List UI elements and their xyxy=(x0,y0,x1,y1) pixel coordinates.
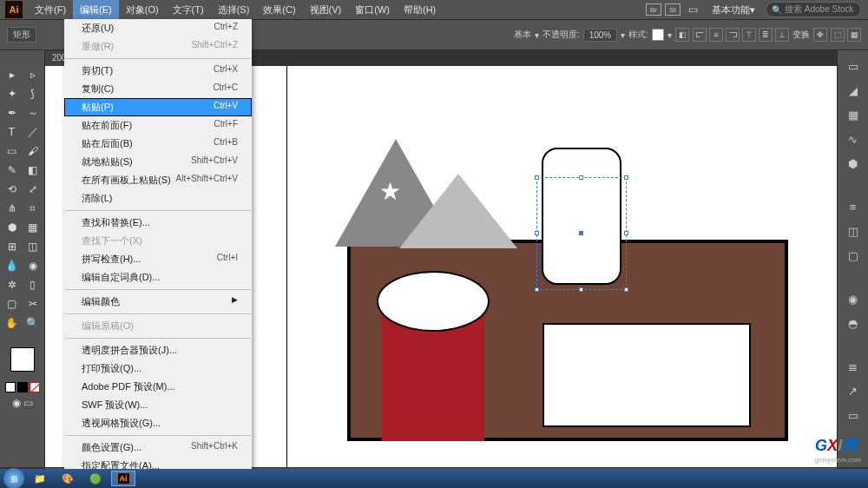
menu-view[interactable]: 视图(V) xyxy=(303,0,349,19)
menu-window[interactable]: 窗口(W) xyxy=(348,0,397,19)
taskbar-paint-icon[interactable]: 🎨 xyxy=(56,471,80,486)
menu-item[interactable]: Adobe PDF 预设(M)... xyxy=(64,378,252,396)
gradient-icon[interactable]: ◫ xyxy=(24,238,42,255)
width-icon[interactable]: ⋔ xyxy=(3,200,21,217)
align-vcenter-icon[interactable]: ≣ xyxy=(759,28,773,42)
menu-item[interactable]: 复制(C)Ctrl+C xyxy=(64,80,252,98)
layers-panel-icon[interactable]: ≣ xyxy=(845,358,862,375)
zoom-icon[interactable]: 🔍 xyxy=(24,314,42,332)
menu-item[interactable]: 剪切(T)Ctrl+X xyxy=(64,62,252,80)
none-mode-icon[interactable] xyxy=(30,382,40,392)
menu-item[interactable]: 拼写检查(H)...Ctrl+I xyxy=(64,250,252,268)
stock-icon[interactable]: St xyxy=(665,3,681,16)
doc-setup-icon[interactable]: ◧ xyxy=(675,28,689,42)
menu-item[interactable]: 就地粘贴(S)Shift+Ctrl+V xyxy=(64,153,252,171)
sel-center[interactable] xyxy=(579,231,583,235)
appearance-panel-icon[interactable]: ◉ xyxy=(845,290,862,307)
menu-item[interactable]: 编辑颜色▶ xyxy=(64,293,252,311)
symbols-panel-icon[interactable]: ⬢ xyxy=(845,155,862,172)
direct-select-tool-icon[interactable]: ▹ xyxy=(24,66,42,83)
blend-icon[interactable]: ◉ xyxy=(24,257,42,274)
align-top-icon[interactable]: ⊤ xyxy=(742,28,756,42)
pen-tool-icon[interactable]: ✒ xyxy=(3,104,21,122)
sel-handle[interactable] xyxy=(624,175,628,180)
eyedrop-icon[interactable]: 💧 xyxy=(3,257,21,274)
shape-builder-icon[interactable]: ⬢ xyxy=(3,219,21,236)
perspective-icon[interactable]: ▦ xyxy=(24,219,42,236)
start-button[interactable]: ⊞ xyxy=(3,468,24,488)
color-mode-toggles[interactable] xyxy=(5,382,40,392)
menu-item[interactable]: 还原(U)Ctrl+Z xyxy=(64,19,252,37)
free-transform-icon[interactable]: ⌗ xyxy=(24,200,42,217)
align-bottom-icon[interactable]: ⊥ xyxy=(775,28,789,42)
taskbar-explorer-icon[interactable]: 📁 xyxy=(28,471,52,486)
isolate-icon[interactable]: ⬚ xyxy=(831,28,845,42)
rotate-icon[interactable]: ⟲ xyxy=(3,181,21,198)
magic-wand-icon[interactable]: ✦ xyxy=(3,85,21,102)
star-icon[interactable]: ★ xyxy=(379,177,401,206)
sel-handle[interactable] xyxy=(535,231,539,235)
sel-handle[interactable] xyxy=(579,287,583,292)
sel-handle[interactable] xyxy=(535,175,539,180)
menu-item[interactable]: 粘贴(P)Ctrl+V xyxy=(64,98,252,116)
slice-icon[interactable]: ✂ xyxy=(24,295,42,313)
lasso-icon[interactable]: ⟆ xyxy=(24,85,42,102)
brushes-panel-icon[interactable]: ∿ xyxy=(845,130,862,148)
transparency-panel-icon[interactable]: ▢ xyxy=(845,247,862,264)
screen-mode-icon[interactable]: ▭ xyxy=(23,398,34,408)
menu-item[interactable]: 清除(L) xyxy=(64,189,252,208)
graphic-styles-icon[interactable]: ◓ xyxy=(845,314,862,332)
mesh-icon[interactable]: ⊞ xyxy=(3,238,21,255)
artboards-panel-icon[interactable]: ▭ xyxy=(845,406,862,424)
color-panel-icon[interactable]: ◢ xyxy=(845,82,862,99)
align-hcenter-icon[interactable]: ≡ xyxy=(709,28,723,42)
swatches-panel-icon[interactable]: ▦ xyxy=(845,106,862,123)
rect-tool-icon[interactable]: ▭ xyxy=(3,142,21,160)
opacity-value[interactable]: 100% xyxy=(583,29,618,42)
type-tool-icon[interactable]: T xyxy=(3,123,21,141)
shaper-icon[interactable]: ✎ xyxy=(3,162,21,179)
menu-item[interactable]: 查找和替换(E)... xyxy=(64,214,252,232)
sel-handle[interactable] xyxy=(624,287,628,292)
graph-icon[interactable]: ▯ xyxy=(24,276,42,293)
align-icons[interactable]: ⫍ ≡ ⫎ ⊤ ≣ ⊥ xyxy=(693,28,789,42)
line-tool-icon[interactable]: ／ xyxy=(24,123,42,141)
brush-tool-icon[interactable]: 🖌 xyxy=(24,142,42,160)
hand-icon[interactable]: ✋ xyxy=(3,314,21,332)
menu-item[interactable]: 在所有画板上粘贴(S)Alt+Shift+Ctrl+V xyxy=(64,171,252,189)
bridge-icon[interactable]: Br xyxy=(646,3,661,16)
taskbar-ai-icon[interactable]: Ai xyxy=(111,471,135,486)
stroke-panel-icon[interactable]: ≡ xyxy=(845,198,862,215)
shape-white-rect[interactable] xyxy=(542,323,751,427)
menu-item[interactable]: 透视网格预设(G)... xyxy=(64,414,252,432)
align-left-icon[interactable]: ⫍ xyxy=(693,28,707,42)
menu-select[interactable]: 选择(S) xyxy=(211,0,257,19)
menu-item[interactable]: 贴在后面(B)Ctrl+B xyxy=(64,135,252,153)
menu-effect[interactable]: 效果(C) xyxy=(256,0,302,19)
artboard-icon[interactable]: ▢ xyxy=(3,295,21,313)
menu-item[interactable]: 透明度拼合器预设(J)... xyxy=(64,341,252,359)
menu-item[interactable]: 贴在前面(F)Ctrl+F xyxy=(64,116,252,135)
eraser-icon[interactable]: ◧ xyxy=(24,162,42,179)
shape-light-triangle[interactable] xyxy=(399,174,517,248)
shape-ellipse[interactable] xyxy=(377,271,490,332)
scale-icon[interactable]: ⤢ xyxy=(24,181,42,198)
menu-help[interactable]: 帮助(H) xyxy=(397,0,443,19)
transform-icon[interactable]: ✥ xyxy=(813,28,827,42)
selection-tool-icon[interactable]: ▸ xyxy=(3,66,21,83)
sel-handle[interactable] xyxy=(535,287,539,292)
fill-swatch[interactable] xyxy=(10,347,35,372)
sel-handle[interactable] xyxy=(579,175,583,180)
sel-handle[interactable] xyxy=(624,231,628,235)
menu-item[interactable]: 编辑自定词典(D)... xyxy=(64,268,252,287)
gradient-panel-icon[interactable]: ◫ xyxy=(845,222,862,240)
asset-export-icon[interactable]: ↗ xyxy=(845,382,862,399)
selection-bounding-box[interactable] xyxy=(536,177,627,290)
align-right-icon[interactable]: ⫎ xyxy=(726,28,740,42)
color-mode-icon[interactable] xyxy=(5,382,16,392)
gradient-mode-icon[interactable] xyxy=(17,382,28,392)
menu-item[interactable]: SWF 预设(W)... xyxy=(64,396,252,414)
workspace-switcher[interactable]: 基本功能 ▾ xyxy=(705,0,762,19)
taskbar-browser-icon[interactable]: 🟢 xyxy=(83,471,108,486)
menu-item[interactable]: 颜色设置(G)...Shift+Ctrl+K xyxy=(64,439,252,457)
